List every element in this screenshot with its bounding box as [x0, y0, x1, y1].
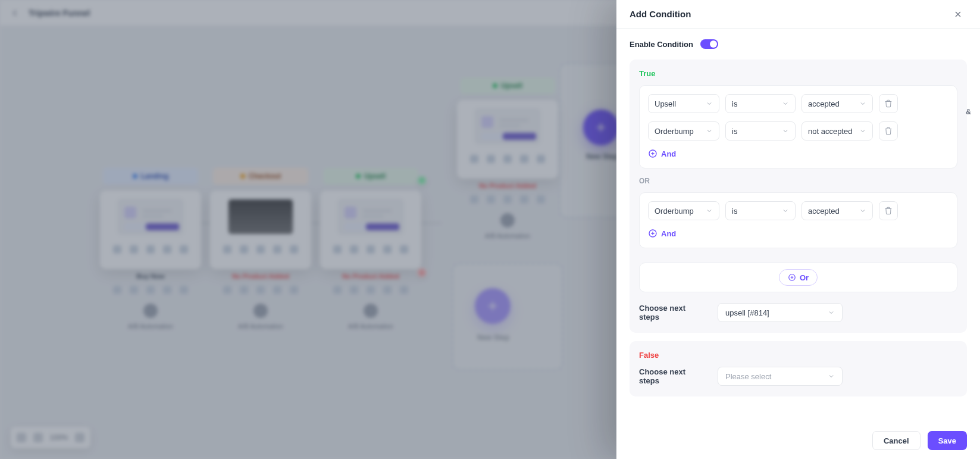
- drawer-footer: Cancel Save: [616, 422, 980, 459]
- chevron-down-icon: [859, 207, 866, 214]
- value-select[interactable]: accepted: [801, 201, 873, 220]
- add-and-button[interactable]: And: [648, 149, 676, 158]
- field-select[interactable]: Orderbump: [648, 201, 719, 220]
- next-step-value: upsell [#814]: [725, 308, 769, 317]
- next-steps-label: Choose next steps: [639, 367, 706, 385]
- and-joiner: &: [966, 108, 971, 116]
- add-and-button[interactable]: And: [648, 229, 676, 238]
- operator-select[interactable]: is: [725, 94, 796, 113]
- drawer-body: Enable Condition True Upsell is: [616, 29, 980, 422]
- condition-group: Upsell is accepted &: [639, 85, 957, 168]
- close-button[interactable]: [949, 5, 967, 23]
- cancel-button[interactable]: Cancel: [872, 431, 920, 450]
- field-value: Orderbump: [655, 207, 694, 216]
- chevron-down-icon: [782, 207, 789, 214]
- false-next-row: Choose next steps Please select: [639, 367, 957, 386]
- chevron-down-icon: [706, 100, 713, 107]
- chevron-down-icon: [782, 127, 789, 135]
- plus-circle-icon: [648, 149, 657, 158]
- add-or-label: Or: [800, 273, 809, 282]
- delete-row-button[interactable]: [879, 121, 898, 140]
- chevron-down-icon: [859, 100, 866, 107]
- value-value: accepted: [808, 207, 840, 216]
- save-button[interactable]: Save: [928, 431, 967, 450]
- plus-circle-icon: [648, 229, 657, 238]
- operator-value: is: [732, 127, 737, 136]
- delete-row-button[interactable]: [879, 94, 898, 113]
- next-steps-label: Choose next steps: [639, 304, 706, 321]
- field-select[interactable]: Upsell: [648, 94, 719, 113]
- next-step-select[interactable]: upsell [#814]: [718, 303, 843, 322]
- add-or-zone: Or: [639, 263, 957, 292]
- true-label: True: [639, 69, 957, 78]
- true-section: True Upsell is accepted: [630, 60, 967, 333]
- true-next-row: Choose next steps upsell [#814]: [639, 303, 957, 322]
- or-separator: OR: [639, 177, 957, 185]
- operator-select[interactable]: is: [725, 201, 796, 220]
- chevron-down-icon: [828, 309, 835, 316]
- value-value: accepted: [808, 99, 840, 108]
- next-step-placeholder: Please select: [725, 372, 771, 381]
- operator-select[interactable]: is: [725, 121, 796, 140]
- next-step-select[interactable]: Please select: [718, 367, 843, 386]
- chevron-down-icon: [706, 207, 713, 214]
- field-value: Orderbump: [655, 127, 694, 136]
- delete-row-button[interactable]: [879, 201, 898, 220]
- chevron-down-icon: [706, 127, 713, 135]
- field-select[interactable]: Orderbump: [648, 121, 719, 140]
- false-label: False: [639, 351, 957, 360]
- drawer-header: Add Condition: [616, 0, 980, 29]
- condition-group: Orderbump is accepted: [639, 192, 957, 248]
- add-or-button[interactable]: Or: [779, 269, 818, 286]
- value-select[interactable]: accepted: [801, 94, 873, 113]
- condition-row: Upsell is accepted: [648, 94, 937, 113]
- value-value: not accepted: [808, 127, 852, 136]
- condition-row: Orderbump is accepted: [648, 201, 948, 220]
- field-value: Upsell: [655, 99, 676, 108]
- condition-drawer: Add Condition Enable Condition True Upse…: [616, 0, 980, 459]
- drawer-title: Add Condition: [630, 9, 691, 19]
- enable-condition-label: Enable Condition: [630, 40, 693, 49]
- operator-value: is: [732, 99, 737, 108]
- add-and-label: And: [661, 229, 676, 238]
- plus-circle-icon: [788, 273, 796, 282]
- operator-value: is: [732, 207, 737, 216]
- false-section: False Choose next steps Please select: [630, 341, 967, 396]
- chevron-down-icon: [828, 373, 835, 380]
- chevron-down-icon: [782, 100, 789, 107]
- enable-condition-toggle[interactable]: [700, 39, 718, 49]
- condition-row: Orderbump is not accepted: [648, 121, 937, 140]
- enable-condition-row: Enable Condition: [630, 39, 967, 49]
- value-select[interactable]: not accepted: [801, 121, 873, 140]
- add-and-label: And: [661, 149, 676, 158]
- chevron-down-icon: [859, 127, 866, 135]
